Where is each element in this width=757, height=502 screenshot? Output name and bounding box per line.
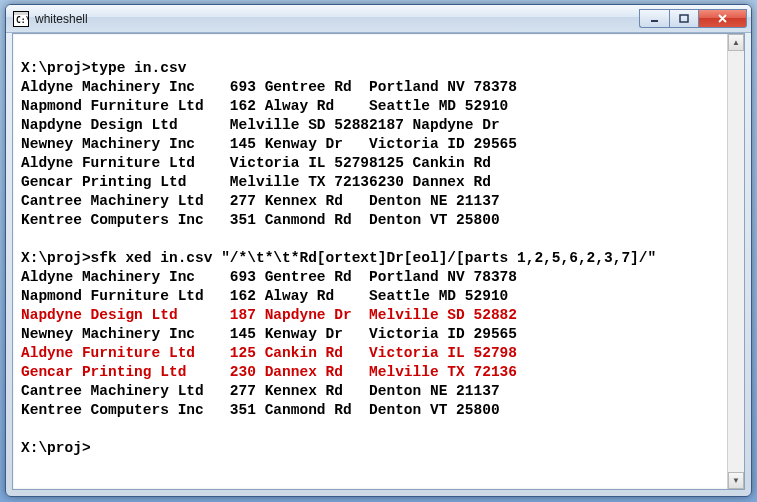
vertical-scrollbar[interactable]: ▲ ▼ bbox=[727, 34, 744, 489]
scroll-down-button[interactable]: ▼ bbox=[728, 472, 744, 489]
scroll-up-button[interactable]: ▲ bbox=[728, 34, 744, 51]
minimize-button[interactable] bbox=[639, 9, 669, 28]
svg-rect-5 bbox=[680, 15, 688, 22]
app-window: C:\ whiteshell X:\proj>type in.csv Aldyn… bbox=[5, 4, 752, 497]
cmd-icon: C:\ bbox=[13, 11, 29, 27]
console-output[interactable]: X:\proj>type in.csv Aldyne Machinery Inc… bbox=[13, 34, 744, 489]
titlebar[interactable]: C:\ whiteshell bbox=[6, 5, 751, 33]
client-area: X:\proj>type in.csv Aldyne Machinery Inc… bbox=[12, 33, 745, 490]
svg-rect-2 bbox=[14, 12, 28, 15]
window-controls bbox=[639, 9, 747, 28]
scroll-track[interactable] bbox=[728, 51, 744, 472]
close-button[interactable] bbox=[699, 9, 747, 28]
window-title: whiteshell bbox=[35, 12, 639, 26]
maximize-button[interactable] bbox=[669, 9, 699, 28]
svg-text:C:\: C:\ bbox=[16, 16, 29, 25]
